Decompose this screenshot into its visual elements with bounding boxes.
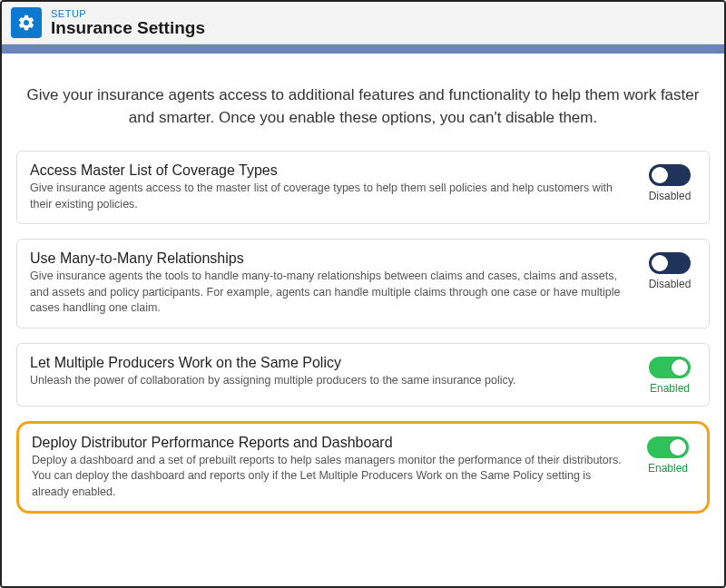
toggle-knob <box>672 359 688 376</box>
content-area: Give your insurance agents access to add… <box>2 54 724 586</box>
setting-description: Deploy a dashboard and a set of prebuilt… <box>32 453 631 501</box>
setting-title: Let Multiple Producers Work on the Same … <box>30 355 633 371</box>
setting-card-multiple-producers: Let Multiple Producers Work on the Same … <box>16 343 710 407</box>
intro-text: Give your insurance agents access to add… <box>24 84 702 129</box>
page-header: SETUP Insurance Settings <box>2 2 724 44</box>
page-title: Insurance Settings <box>51 18 205 38</box>
setting-body: Use Many-to-Many RelationshipsGive insur… <box>30 250 633 317</box>
toggle-knob <box>652 167 668 183</box>
toggle-access-master-list[interactable] <box>649 164 691 186</box>
setting-title: Deploy Distributor Performance Reports a… <box>32 435 631 451</box>
toggle-knob <box>670 439 686 456</box>
toggle-wrap: Disabled <box>643 164 696 202</box>
gear-icon <box>11 7 42 38</box>
app-frame: SETUP Insurance Settings Give your insur… <box>0 0 726 588</box>
setting-body: Let Multiple Producers Work on the Same … <box>30 355 633 389</box>
toggle-state-label: Enabled <box>650 382 690 395</box>
toggle-wrap: Enabled <box>643 357 696 395</box>
toggle-state-label: Enabled <box>648 462 688 475</box>
toggle-state-label: Disabled <box>649 190 692 202</box>
setting-description: Give insurance agents access to the mast… <box>30 181 633 212</box>
setting-description: Give insurance agents the tools to handl… <box>30 269 633 317</box>
toggle-many-to-many[interactable] <box>649 252 691 274</box>
toggle-multiple-producers[interactable] <box>649 357 691 378</box>
header-ribbon <box>2 44 724 54</box>
toggle-wrap: Disabled <box>643 252 696 290</box>
setting-title: Use Many-to-Many Relationships <box>30 250 633 267</box>
toggle-wrap: Enabled <box>642 436 694 475</box>
setting-card-access-master-list: Access Master List of Coverage TypesGive… <box>16 151 710 224</box>
toggle-state-label: Disabled <box>649 278 692 290</box>
setting-description: Unleash the power of collaboration by as… <box>30 373 633 389</box>
header-text: SETUP Insurance Settings <box>51 8 205 38</box>
toggle-knob <box>652 255 668 271</box>
setting-card-many-to-many: Use Many-to-Many RelationshipsGive insur… <box>16 239 710 328</box>
settings-list: Access Master List of Coverage TypesGive… <box>16 151 710 514</box>
setting-title: Access Master List of Coverage Types <box>30 162 633 179</box>
toggle-distributor-reports[interactable] <box>647 436 689 458</box>
setting-card-distributor-reports: Deploy Distributor Performance Reports a… <box>16 421 710 514</box>
setting-body: Deploy Distributor Performance Reports a… <box>32 435 631 501</box>
setting-body: Access Master List of Coverage TypesGive… <box>30 162 633 212</box>
